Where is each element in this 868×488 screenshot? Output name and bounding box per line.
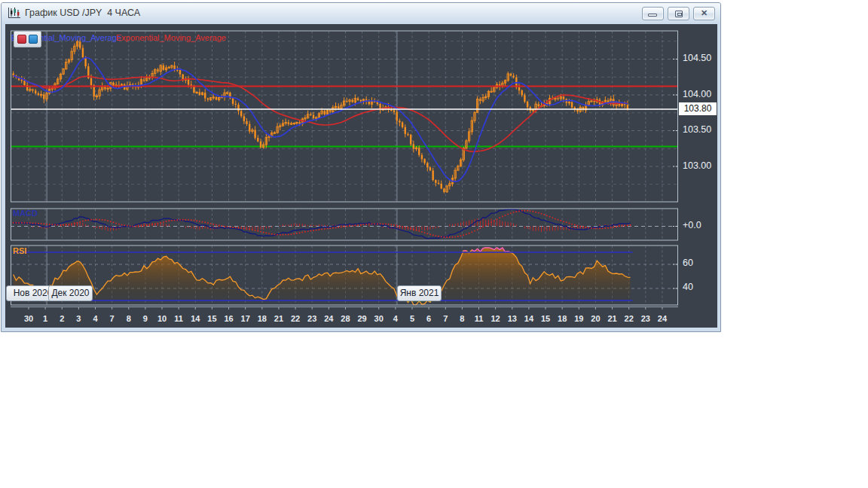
x-axis-label: 6 (426, 314, 431, 323)
x-axis-label: 30 (374, 314, 384, 323)
legend-ma2-label: Exponential_Moving_Average (116, 33, 226, 42)
x-axis-label: 15 (207, 314, 216, 323)
month-marker-dec: Дек 2020 (48, 285, 93, 301)
minimize-button[interactable] (642, 7, 664, 20)
x-axis-label: 3 (76, 314, 81, 323)
x-axis-label: 22 (625, 314, 634, 323)
window-titlebar[interactable]: График USD /JPY 4 ЧАСА ✕ (2, 3, 720, 23)
price-axis-label: 103.50 (683, 124, 711, 135)
x-axis-label: 7 (443, 314, 448, 323)
x-axis-label: 13 (508, 314, 517, 323)
x-axis-label: 9 (143, 314, 148, 323)
window-controls: ✕ (638, 7, 715, 20)
chart-window: График USD /JPY 4 ЧАСА ✕ Exponential_Mov… (1, 2, 721, 332)
x-axis-label: 30 (24, 314, 33, 323)
x-axis-label: 24 (324, 314, 333, 323)
x-axis-label: 18 (558, 314, 567, 323)
month-marker-jan: Янв 2021 (397, 285, 442, 301)
x-axis-label: 14 (524, 314, 533, 323)
restore-icon (675, 11, 683, 17)
close-icon: ✕ (694, 8, 714, 18)
price-axis-label: 104.50 (683, 53, 711, 63)
chart-client-area: Exponential_Moving_Average Exponential_M… (5, 24, 717, 328)
x-axis-label: 29 (357, 314, 366, 323)
close-button[interactable]: ✕ (693, 7, 715, 20)
x-axis-label: 16 (224, 314, 233, 323)
window-chart-icon (8, 7, 21, 19)
x-axis-label: 8 (460, 314, 464, 323)
x-axis-label: 15 (541, 314, 550, 323)
price-axis-label: 104.00 (683, 89, 711, 99)
x-axis-label: 22 (291, 314, 300, 323)
macd-axis-label: +0.0 (683, 220, 701, 230)
x-axis-label: 12 (491, 314, 500, 323)
x-axis-label: 11 (174, 314, 183, 323)
x-axis-label: 4 (393, 314, 398, 323)
window-title: График USD /JPY 4 ЧАСА (25, 3, 140, 23)
x-axis-label: 4 (93, 314, 97, 323)
rsi-panel-label: RSI (13, 246, 26, 255)
rsi-axis-label-40: 40 (683, 282, 693, 292)
ma1-color-button[interactable] (17, 35, 26, 44)
x-axis-label: 23 (641, 314, 650, 323)
ma2-color-button[interactable] (29, 35, 38, 44)
chart-canvas[interactable] (5, 24, 717, 328)
x-axis-label: 19 (574, 314, 583, 323)
x-axis-label: 18 (258, 314, 267, 323)
x-axis-label: 28 (341, 314, 350, 323)
indicator-buttons-tile (14, 31, 41, 47)
x-axis-label: 20 (591, 314, 600, 323)
rsi-axis-label-60: 60 (683, 258, 693, 268)
current-price-badge: 103.80 (679, 102, 717, 115)
x-axis-label: 14 (191, 314, 200, 323)
x-axis-label: 1 (43, 314, 47, 323)
x-axis-label: 24 (658, 314, 667, 323)
x-axis-label: 5 (410, 314, 414, 323)
macd-panel-label: MACD (13, 209, 38, 218)
x-axis-label: 7 (110, 314, 115, 323)
x-axis-label: 8 (127, 314, 131, 323)
price-axis-label: 103.00 (683, 160, 711, 171)
x-axis-label: 17 (241, 314, 250, 323)
x-axis-label: 11 (475, 314, 484, 323)
x-axis-label: 21 (607, 314, 616, 323)
x-axis-label: 23 (307, 314, 316, 323)
x-axis-label: 21 (274, 314, 283, 323)
minimize-icon (648, 14, 657, 17)
restore-button[interactable] (668, 7, 689, 20)
x-axis-label: 2 (60, 314, 64, 323)
x-axis-label: 10 (157, 314, 167, 323)
